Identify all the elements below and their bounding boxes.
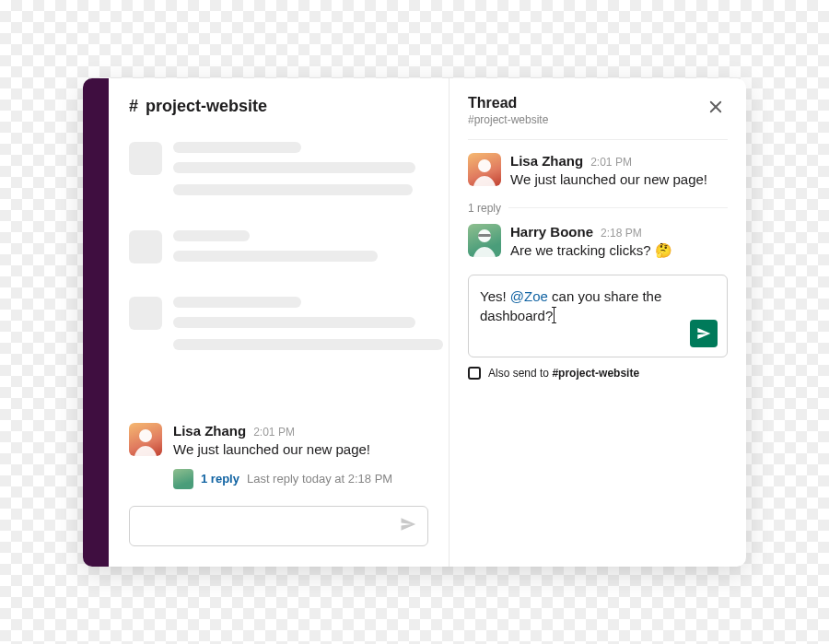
avatar[interactable]	[468, 224, 501, 257]
avatar[interactable]	[129, 423, 162, 456]
workspace-sidebar	[83, 78, 109, 567]
close-icon[interactable]	[704, 95, 728, 122]
channel-composer[interactable]	[129, 506, 428, 546]
message-time: 2:01 PM	[590, 156, 632, 169]
channel-panel: # project-website	[109, 78, 450, 567]
avatar[interactable]	[468, 153, 501, 186]
also-send-label: Also send to #project-website	[488, 367, 639, 380]
thread-panel: Thread #project-website Lisa Zhang 2:01 …	[450, 78, 746, 567]
svg-rect-5	[478, 234, 491, 237]
channel-name: project-website	[146, 97, 267, 116]
send-icon[interactable]	[400, 516, 416, 536]
message-text: We just launched our new page!	[510, 170, 728, 189]
channel-message: Lisa Zhang 2:01 PM We just launched our …	[129, 423, 428, 459]
thinking-emoji-icon: 🤔	[655, 242, 672, 258]
reply-avatar	[173, 469, 193, 489]
app-window: # project-website	[83, 78, 746, 567]
thread-reply-bar[interactable]: 1 reply Last reply today at 2:18 PM	[173, 469, 428, 489]
composer-text: Yes!	[480, 288, 510, 304]
thread-original-message: Lisa Zhang 2:01 PM We just launched our …	[468, 153, 728, 189]
message-author[interactable]: Lisa Zhang	[510, 153, 583, 169]
thread-reply-message: Harry Boone 2:18 PM Are we tracking clic…	[468, 224, 728, 260]
message-author[interactable]: Lisa Zhang	[173, 423, 246, 439]
placeholder-message	[129, 297, 428, 359]
svg-point-0	[139, 429, 152, 442]
thread-composer[interactable]: Yes! @Zoe can you share the dashboard?	[468, 275, 728, 357]
text-cursor-icon	[554, 308, 555, 322]
thread-title: Thread	[468, 95, 548, 111]
thread-subtitle: #project-website	[468, 113, 548, 126]
svg-point-3	[478, 159, 491, 172]
mention[interactable]: @Zoe	[510, 288, 548, 304]
reply-count-link[interactable]: 1 reply	[201, 472, 239, 486]
message-time: 2:18 PM	[601, 227, 642, 240]
send-button[interactable]	[690, 320, 718, 347]
placeholder-message	[129, 142, 428, 205]
also-send-checkbox[interactable]	[468, 367, 481, 380]
also-send-row: Also send to #project-website	[468, 367, 728, 380]
placeholder-message	[129, 230, 428, 271]
hash-icon: #	[129, 97, 138, 116]
last-reply-time: Last reply today at 2:18 PM	[247, 472, 392, 486]
channel-header[interactable]: # project-website	[129, 97, 428, 116]
reply-count-divider: 1 reply	[468, 202, 728, 215]
message-author[interactable]: Harry Boone	[510, 224, 593, 240]
message-text: Are we tracking clicks? 🤔	[510, 241, 728, 260]
message-time: 2:01 PM	[253, 426, 295, 439]
message-text: We just launched our new page!	[173, 440, 428, 459]
